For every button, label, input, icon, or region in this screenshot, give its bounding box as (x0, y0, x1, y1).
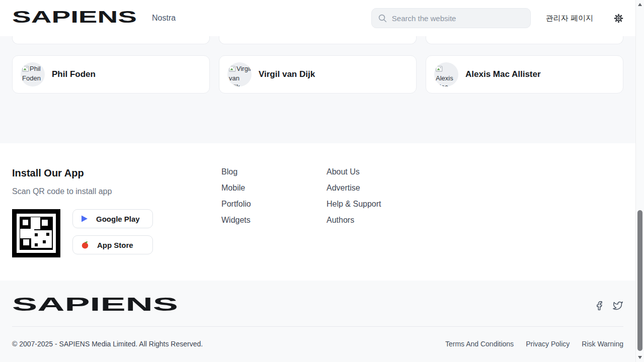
avatar-alt-text: Alexis Mac Allister (436, 74, 455, 86)
content-area: Phil Foden Phil Foden Virgil van Dijk Vi… (0, 36, 635, 143)
scroll-up-arrow-icon[interactable] (638, 3, 642, 6)
gear-icon (614, 14, 623, 23)
privacy-policy-link[interactable]: Privacy Policy (526, 340, 570, 348)
google-play-button[interactable]: Google Play (72, 209, 153, 228)
partial-card[interactable] (12, 36, 210, 44)
footer-link-about-us[interactable]: About Us (327, 168, 432, 176)
partial-card[interactable] (219, 36, 417, 44)
admin-page-link[interactable]: 관리자 페이지 (546, 14, 593, 23)
facebook-icon (594, 301, 604, 311)
twitter-button[interactable] (612, 301, 623, 311)
player-name: Phil Foden (52, 69, 96, 79)
qr-code (12, 209, 60, 259)
broken-image-icon (229, 65, 236, 74)
page: SAPIENS Nostra 관리자 페이지 (0, 0, 635, 362)
footer-logo[interactable]: SAPIENS (12, 296, 179, 316)
logo-wordmark: SAPIENS (12, 9, 137, 26)
footer-link-mobile[interactable]: Mobile (221, 184, 327, 192)
app-store-label: App Store (97, 241, 133, 249)
twitter-icon (612, 301, 623, 311)
scroll-down-arrow-icon[interactable] (638, 356, 642, 359)
footer-link-portfolio[interactable]: Portfolio (221, 200, 327, 208)
facebook-button[interactable] (594, 301, 604, 311)
footer-link-blog[interactable]: Blog (221, 168, 327, 176)
sapiens-logo-graphic: SAPIENS (12, 9, 138, 26)
footer-links-column-2: About Us Advertise Help & Support Author… (327, 167, 432, 281)
settings-button[interactable] (613, 13, 623, 23)
avatar: Alexis Mac Allister (434, 62, 458, 86)
partial-card[interactable] (426, 36, 623, 44)
footer-divider (12, 326, 623, 327)
scrollbar-thumb[interactable] (637, 210, 642, 351)
player-card-phil-foden[interactable]: Phil Foden Phil Foden (12, 55, 210, 94)
nav-item-nostra[interactable]: Nostra (152, 14, 176, 23)
header-logo[interactable]: SAPIENS (12, 9, 138, 28)
terms-link[interactable]: Terms And Conditions (445, 340, 514, 348)
player-name: Virgil van Dijk (259, 69, 315, 79)
google-play-label: Google Play (96, 215, 140, 223)
apple-icon (81, 241, 89, 249)
sapiens-logo-graphic: SAPIENS (12, 296, 179, 314)
header: SAPIENS Nostra 관리자 페이지 (0, 0, 635, 36)
broken-image-icon (22, 65, 29, 74)
vertical-scrollbar[interactable] (635, 0, 644, 362)
risk-warning-link[interactable]: Risk Warning (582, 340, 623, 348)
search-box[interactable] (371, 8, 531, 28)
google-play-icon (81, 215, 88, 222)
footer-link-advertise[interactable]: Advertise (327, 184, 432, 192)
player-card-alexis-mac-allister[interactable]: Alexis Mac Allister Alexis Mac Allister (426, 55, 623, 94)
app-store-button[interactable]: App Store (72, 235, 153, 254)
copyright-text: © 2007-2025 - SAPIENS Media Limited. All… (12, 340, 203, 348)
footer-bottom: SAPIENS © 2007-2025 - SAPIENS Media Limi… (0, 281, 635, 362)
install-app-title: Install Our App (12, 167, 221, 179)
search-icon (378, 14, 387, 23)
logo-wordmark: SAPIENS (12, 296, 178, 314)
partial-card-row (12, 36, 623, 44)
install-app-section: Install Our App Scan QR code to install … (12, 167, 221, 281)
footer-link-authors[interactable]: Authors (327, 216, 432, 224)
avatar: Virgil van Dijk (227, 62, 252, 86)
player-card-row: Phil Foden Phil Foden Virgil van Dijk Vi… (12, 55, 623, 94)
player-name: Alexis Mac Allister (465, 69, 541, 79)
install-app-subtitle: Scan QR code to install app (12, 187, 221, 196)
player-card-virgil-van-dijk[interactable]: Virgil van Dijk Virgil van Dijk (219, 55, 417, 94)
search-input[interactable] (392, 14, 524, 23)
avatar: Phil Foden (21, 62, 45, 86)
footer-link-help-support[interactable]: Help & Support (327, 200, 432, 208)
footer-main: Install Our App Scan QR code to install … (0, 143, 635, 281)
footer-link-widgets[interactable]: Widgets (221, 216, 327, 224)
broken-image-icon (436, 65, 443, 74)
footer-links-column-1: Blog Mobile Portfolio Widgets (221, 167, 327, 281)
